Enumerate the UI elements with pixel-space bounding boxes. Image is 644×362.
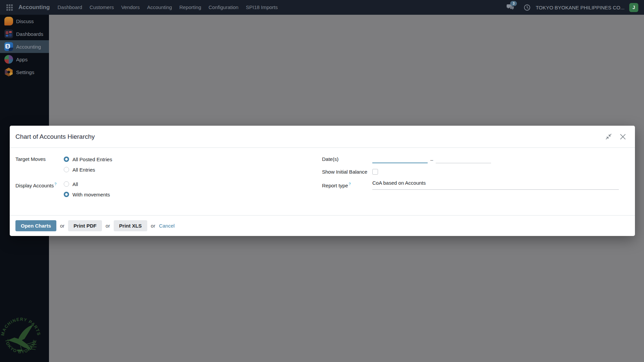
radio-all-posted-entries[interactable]: All Posted Entries: [64, 155, 112, 163]
topbar-right: 3 TOKYO BYOKANE PHILIPPINES CO... J: [506, 3, 644, 12]
dates-separator: –: [430, 157, 433, 163]
clock-icon: [524, 4, 531, 11]
radio-icon[interactable]: [64, 167, 69, 172]
company-switcher[interactable]: TOKYO BYOKANE PHILIPPINES CO...: [536, 5, 625, 10]
target-moves-label: Target Moves: [15, 155, 64, 174]
or-separator: or: [106, 223, 110, 229]
topbar-menu-reporting[interactable]: Reporting: [176, 0, 205, 15]
topbar-menu-dashboard[interactable]: Dashboard: [54, 0, 86, 15]
topbar-menu-configuration[interactable]: Configuration: [205, 0, 242, 15]
apps-grid-icon[interactable]: [6, 4, 13, 11]
activities-button[interactable]: [524, 4, 531, 11]
sidebar-item-label: Discuss: [16, 18, 34, 24]
sidebar-item-label: Dashboards: [16, 31, 43, 37]
topbar: Accounting DashboardCustomersVendorsAcco…: [0, 0, 644, 15]
compress-icon: [605, 133, 612, 140]
dialog-footer: Open Charts or Print PDF or Print XLS or…: [10, 215, 635, 236]
coa-hierarchy-dialog: Chart of Accounts Hierarchy Target Moves: [10, 126, 635, 236]
sidebar-item-label: Settings: [16, 69, 34, 75]
dates-label: Date(s): [322, 155, 372, 163]
close-dialog-button[interactable]: [620, 133, 626, 140]
or-separator: or: [151, 223, 155, 229]
sidebar-item-label: Apps: [16, 57, 28, 62]
field-show-initial-balance: Show Initial Balance: [322, 168, 378, 176]
app-brand[interactable]: Accounting: [18, 4, 50, 11]
field-target-moves: Target Moves All Posted Entries All Entr…: [15, 155, 112, 174]
field-dates: Date(s) –: [322, 155, 491, 163]
radio-icon[interactable]: [64, 192, 69, 197]
radio-all-entries[interactable]: All Entries: [64, 166, 112, 174]
cancel-link[interactable]: Cancel: [159, 223, 175, 229]
topbar-menu-accounting[interactable]: Accounting: [143, 0, 175, 15]
date-from-input[interactable]: [372, 155, 428, 163]
show-initial-balance-label: Show Initial Balance: [322, 168, 372, 176]
print-xls-button[interactable]: Print XLS: [114, 220, 147, 231]
messages-button[interactable]: 3: [506, 3, 515, 12]
topbar-menu-customers[interactable]: Customers: [86, 0, 118, 15]
open-charts-button[interactable]: Open Charts: [15, 220, 56, 231]
dialog-header: Chart of Accounts Hierarchy: [10, 126, 635, 148]
display-accounts-label: Display Accounts?: [15, 180, 64, 198]
collapse-dialog-button[interactable]: [605, 133, 612, 140]
help-icon[interactable]: ?: [349, 182, 351, 186]
watermark-top-text: MACHINERY PARTS: [1, 317, 41, 336]
topbar-nav: DashboardCustomersVendorsAccountingRepor…: [54, 0, 282, 15]
sidebar-item-accounting[interactable]: $ Accounting: [0, 40, 49, 53]
dialog-body: Target Moves All Posted Entries All Entr…: [10, 148, 635, 215]
dashboards-icon: [4, 29, 13, 38]
close-icon: [620, 133, 626, 140]
show-initial-balance-checkbox[interactable]: [372, 169, 378, 175]
sidebar-item-label: Accounting: [16, 44, 41, 50]
report-type-select[interactable]: CoA based on Accounts: [372, 180, 619, 190]
sidebar-item-dashboards[interactable]: Dashboards: [0, 27, 49, 40]
company-logo-watermark: MACHINERY PARTS TOKYO BYOKANE: [1, 309, 41, 362]
topbar-menu-vendors[interactable]: Vendors: [117, 0, 143, 15]
or-separator: or: [60, 223, 64, 229]
discuss-icon: [4, 17, 13, 25]
print-pdf-button[interactable]: Print PDF: [68, 220, 102, 231]
eagle-silhouette: [8, 325, 33, 340]
field-report-type: Report type? CoA based on Accounts: [322, 180, 619, 190]
sidebar-item-apps[interactable]: Apps: [0, 53, 49, 66]
sidebar-item-discuss[interactable]: Discuss: [0, 15, 49, 27]
report-type-label: Report type?: [322, 180, 372, 190]
date-to-input[interactable]: [436, 155, 491, 163]
settings-icon: [4, 68, 13, 76]
user-avatar[interactable]: J: [629, 3, 638, 12]
sidebar-item-settings[interactable]: Settings: [0, 66, 49, 78]
radio-display-all[interactable]: All: [64, 180, 110, 188]
help-icon[interactable]: ?: [54, 182, 56, 186]
messages-badge: 3: [510, 1, 517, 6]
svg-text:MACHINERY PARTS: MACHINERY PARTS: [1, 317, 41, 336]
dialog-title: Chart of Accounts Hierarchy: [15, 133, 95, 140]
radio-icon[interactable]: [64, 181, 69, 187]
radio-with-movements[interactable]: With movements: [64, 190, 110, 198]
topbar-menu-spi18-imports[interactable]: SPI18 Imports: [242, 0, 281, 15]
apps-icon: [4, 55, 13, 64]
radio-icon[interactable]: [64, 157, 69, 162]
accounting-icon: $: [4, 42, 13, 51]
field-display-accounts: Display Accounts? All With movements: [15, 180, 110, 198]
